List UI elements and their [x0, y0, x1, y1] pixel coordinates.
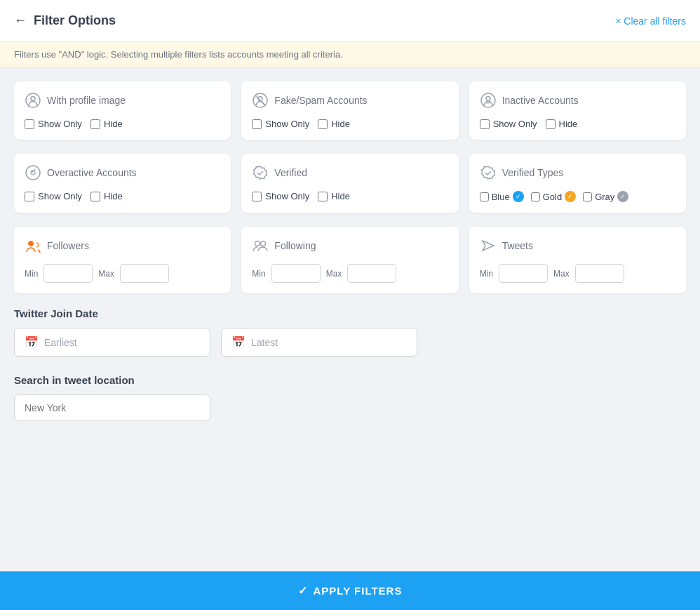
verified-icon: [252, 164, 269, 181]
range-label-following: Following: [274, 240, 316, 251]
show-only-overactive[interactable]: Show Only: [25, 191, 82, 201]
apply-button[interactable]: ✓ APPLY FILTERS: [298, 584, 403, 597]
show-only-checkbox-inactive[interactable]: [480, 119, 490, 129]
show-only-label-2: Show Only: [265, 119, 309, 129]
overactive-icon: [25, 164, 41, 181]
hide-label: Hide: [104, 119, 123, 129]
filter-card-fake-spam: Fake/Spam Accounts Show Only Hide: [241, 81, 458, 140]
filter-options-fake-spam: Show Only Hide: [252, 119, 447, 129]
range-card-following: Following Min Max: [241, 227, 458, 293]
location-input[interactable]: [14, 394, 210, 421]
date-inputs-row: 📅 Earliest 📅 Latest: [14, 328, 686, 357]
range-filter-grid: Followers Min Max: [14, 227, 686, 293]
svg-point-6: [486, 97, 490, 101]
apply-check-icon: ✓: [298, 584, 308, 597]
hide-profile-image[interactable]: Hide: [90, 119, 123, 129]
filter-card-verified: Verified Show Only Hide: [241, 154, 458, 213]
hide-fake-spam[interactable]: Hide: [318, 119, 350, 129]
show-only-checkbox-verified[interactable]: [252, 192, 262, 201]
verified-types-options: Blue ✓ Gold ✓ Gray ✓: [480, 191, 675, 202]
filter-options-verified: Show Only Hide: [252, 191, 447, 201]
hide-checkbox-overactive[interactable]: [90, 192, 100, 201]
range-header-following: Following: [252, 237, 447, 254]
show-only-checkbox-fake-spam[interactable]: [252, 119, 262, 129]
range-label-followers: Followers: [47, 240, 89, 251]
filter-card-verified-types: Verified Types Blue ✓ Gold ✓: [469, 154, 686, 213]
min-input-tweets[interactable]: [499, 264, 548, 283]
range-inputs-following: Min Max: [252, 264, 447, 283]
apply-filters-bar[interactable]: ✓ APPLY FILTERS: [0, 571, 700, 610]
hide-overactive[interactable]: Hide: [90, 191, 123, 201]
filter-grid-row1: With profile image Show Only Hide: [14, 81, 686, 140]
range-inputs-tweets: Min Max: [480, 264, 675, 283]
show-only-verified[interactable]: Show Only: [252, 191, 309, 201]
min-label-tweets: Min: [480, 269, 493, 279]
range-header-tweets: Tweets: [480, 237, 675, 254]
clear-filters-button[interactable]: × Clear all filters: [615, 15, 686, 27]
hide-verified[interactable]: Hide: [318, 191, 350, 201]
filter-card-header-overactive: Overactive Accounts: [25, 164, 220, 181]
verified-type-gray-label: Gray: [595, 192, 614, 202]
filter-card-header-verified-types: Verified Types: [480, 164, 675, 181]
max-input-tweets[interactable]: [575, 264, 624, 283]
hide-checkbox-profile-image[interactable]: [90, 119, 100, 129]
range-inputs-followers: Min Max: [25, 264, 220, 283]
verified-type-gray[interactable]: Gray ✓: [583, 191, 628, 202]
filter-options-profile-image: Show Only Hide: [25, 119, 220, 129]
min-label-following: Min: [252, 269, 265, 279]
show-only-checkbox-overactive[interactable]: [25, 192, 34, 201]
latest-date-input[interactable]: 📅 Latest: [221, 328, 417, 357]
hide-label-4: Hide: [104, 191, 123, 201]
show-only-label-3: Show Only: [493, 119, 537, 129]
earliest-date-input[interactable]: 📅 Earliest: [14, 328, 210, 357]
filter-card-header-profile-image: With profile image: [25, 92, 220, 109]
max-input-following[interactable]: [347, 264, 396, 283]
verified-type-gold[interactable]: Gold ✓: [531, 191, 576, 202]
calendar-latest-icon: 📅: [231, 336, 245, 349]
range-header-followers: Followers: [25, 237, 220, 254]
info-banner-text: Filters use "AND" logic. Selecting multi…: [14, 49, 343, 60]
verified-type-gray-checkbox[interactable]: [583, 192, 592, 201]
join-date-title: Twitter Join Date: [14, 307, 686, 319]
filter-label-verified: Verified: [274, 167, 307, 178]
hide-checkbox-verified[interactable]: [318, 192, 328, 201]
max-label-followers: Max: [98, 269, 114, 279]
hide-checkbox-inactive[interactable]: [546, 119, 556, 129]
max-input-followers[interactable]: [120, 264, 169, 283]
show-only-inactive[interactable]: Show Only: [480, 119, 537, 129]
show-only-label-4: Show Only: [38, 191, 82, 201]
verified-type-blue[interactable]: Blue ✓: [480, 191, 524, 202]
filter-options-inactive: Show Only Hide: [480, 119, 675, 129]
range-card-tweets: Tweets Min Max: [469, 227, 686, 293]
svg-point-9: [255, 241, 260, 246]
filter-options-overactive: Show Only Hide: [25, 191, 220, 201]
min-input-followers[interactable]: [43, 264, 93, 283]
svg-point-7: [26, 166, 40, 180]
calendar-earliest-icon: 📅: [25, 336, 39, 349]
spam-icon: [252, 92, 269, 109]
hide-inactive[interactable]: Hide: [546, 119, 578, 129]
apply-button-label: APPLY FILTERS: [314, 585, 403, 597]
filter-card-header-verified: Verified: [252, 164, 447, 181]
verified-type-blue-checkbox[interactable]: [480, 192, 489, 201]
min-label-followers: Min: [25, 269, 38, 279]
show-only-checkbox-profile-image[interactable]: [25, 119, 34, 129]
filter-card-overactive: Overactive Accounts Show Only Hide: [14, 154, 231, 213]
profile-icon: [25, 92, 41, 109]
range-label-tweets: Tweets: [502, 240, 533, 251]
filter-label-verified-types: Verified Types: [502, 167, 564, 178]
location-title: Search in tweet location: [14, 374, 686, 386]
hide-label-3: Hide: [559, 119, 578, 129]
min-input-following[interactable]: [271, 264, 321, 283]
blue-badge-icon: ✓: [513, 191, 524, 202]
filter-label-overactive: Overactive Accounts: [47, 167, 137, 178]
hide-label-2: Hide: [331, 119, 350, 129]
show-only-profile-image[interactable]: Show Only: [25, 119, 82, 129]
back-button[interactable]: ←: [14, 13, 27, 28]
latest-placeholder: Latest: [251, 337, 278, 348]
show-only-fake-spam[interactable]: Show Only: [252, 119, 309, 129]
verified-type-gold-checkbox[interactable]: [531, 192, 540, 201]
filter-card-header-inactive: Inactive Accounts: [480, 92, 675, 109]
svg-marker-11: [483, 241, 494, 251]
hide-checkbox-fake-spam[interactable]: [318, 119, 328, 129]
